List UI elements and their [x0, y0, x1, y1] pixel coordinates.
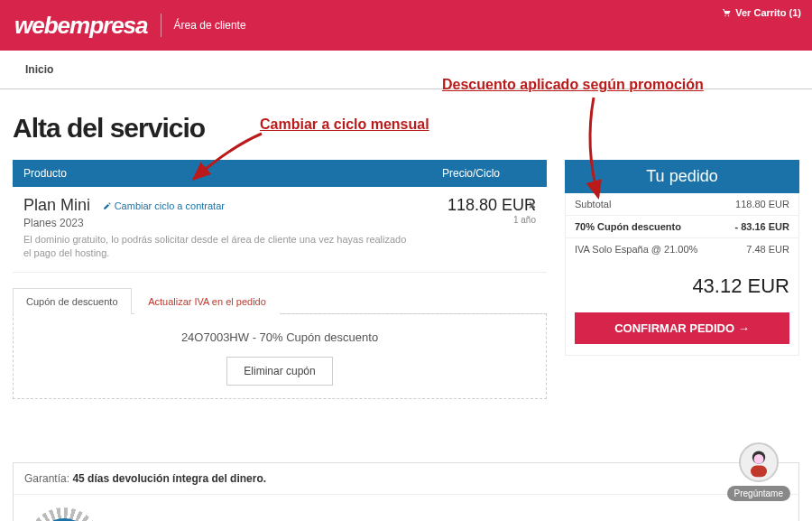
order-total: 43.12 EUR	[566, 260, 798, 307]
cart-link[interactable]: Ver Carrito (1)	[721, 7, 801, 18]
coupon-text: 24O7003HW - 70% Cupón descuento	[24, 330, 535, 344]
col-product: Producto	[23, 167, 392, 180]
pencil-icon	[103, 201, 112, 210]
confirm-order-button[interactable]: CONFIRMAR PEDIDO	[575, 312, 789, 344]
nav-bar: Inicio	[0, 51, 812, 89]
product-row: Plan Mini Cambiar ciclo a contratar Plan…	[13, 187, 547, 273]
remove-coupon-button[interactable]: Eliminar cupón	[226, 357, 332, 386]
order-discount-line: 70% Cupón descuento - 83.16 EUR	[566, 215, 798, 238]
guarantee-badge: 45 DIAS	[26, 507, 102, 521]
divider	[161, 14, 161, 37]
col-price: Precio/Ciclo	[392, 167, 536, 180]
order-subtotal-value: 118.80 EUR	[735, 199, 789, 209]
tab-iva[interactable]: Actualizar IVA en el pedido	[134, 288, 280, 314]
chat-widget[interactable]: Pregúntame	[727, 442, 790, 499]
guarantee-box: Garantía: 45 días devolución íntegra del…	[13, 462, 799, 521]
svg-point-0	[725, 15, 727, 17]
order-tax-line: IVA Solo España @ 21.00% 7.48 EUR	[566, 238, 798, 260]
chat-label: Pregúntame	[727, 486, 790, 501]
tab-coupon[interactable]: Cupón de descuento	[13, 288, 132, 314]
cart-text: Ver Carrito (1)	[735, 7, 801, 18]
product-column: Producto Precio/Ciclo Plan Mini Cambiar …	[13, 160, 547, 399]
order-tax-label: IVA Solo España @ 21.00%	[575, 244, 697, 255]
order-summary: Tu pedido Subtotal 118.80 EUR 70% Cupón …	[565, 160, 799, 356]
chat-avatar	[739, 442, 779, 482]
guarantee-prefix: Garantía:	[24, 472, 72, 485]
product-price: 118.80 EUR	[410, 196, 536, 215]
page-title: Alta del servicio	[13, 113, 799, 144]
change-cycle-text: Cambiar ciclo a contratar	[115, 200, 225, 211]
nav-home[interactable]: Inicio	[11, 51, 68, 88]
change-cycle-link[interactable]: Cambiar ciclo a contratar	[103, 200, 225, 211]
product-table-header: Producto Precio/Ciclo	[13, 160, 547, 187]
order-discount-value: - 83.16 EUR	[734, 221, 789, 232]
order-tax-value: 7.48 EUR	[746, 244, 789, 255]
guarantee-header: Garantía: 45 días devolución íntegra del…	[14, 463, 798, 495]
coupon-panel: 24O7003HW - 70% Cupón descuento Eliminar…	[13, 313, 547, 399]
svg-point-1	[728, 15, 730, 17]
order-subtotal-line: Subtotal 118.80 EUR	[566, 193, 798, 215]
top-bar: webempresa Área de cliente Ver Carrito (…	[0, 0, 812, 51]
svg-point-3	[753, 454, 763, 464]
order-discount-label: 70% Cupón descuento	[575, 221, 681, 232]
product-term: 1 año	[410, 215, 536, 225]
logo: webempresa	[14, 12, 148, 40]
order-title: Tu pedido	[565, 160, 799, 193]
remove-product-button[interactable]: ×	[529, 198, 536, 212]
content: Cambiar a ciclo mensual Descuento aplica…	[0, 89, 812, 521]
area-label: Área de cliente	[174, 19, 246, 32]
svg-rect-4	[751, 466, 767, 478]
product-name: Plan Mini	[23, 196, 90, 215]
tabs: Cupón de descuento Actualizar IVA en el …	[13, 287, 547, 314]
product-subtitle: Planes 2023	[23, 217, 410, 229]
product-note: El dominio gratuito, lo podrás solicitar…	[23, 233, 410, 261]
guarantee-title: 45 días devolución íntegra del dinero.	[72, 472, 266, 485]
cart-icon	[721, 7, 732, 18]
order-subtotal-label: Subtotal	[575, 199, 611, 209]
